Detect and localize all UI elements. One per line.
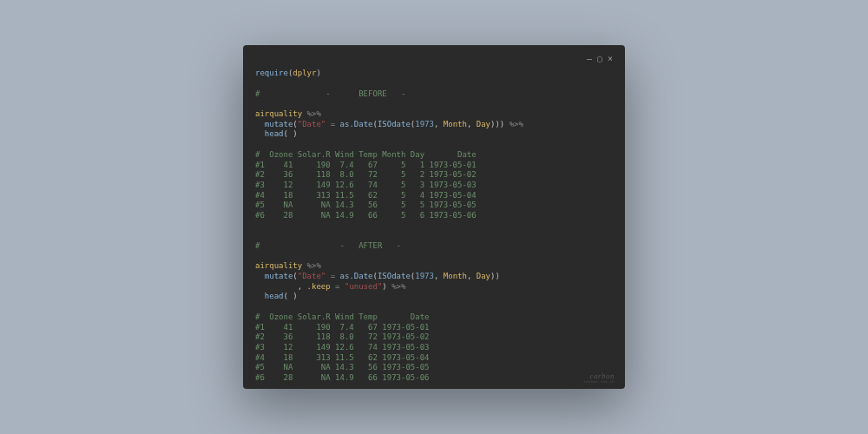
var-day: Day [477,120,490,128]
indent [255,129,265,138]
table1-row: #5 NA NA 14.3 56 5 5 1973-05-05 [255,201,477,209]
paren: ( ) [284,129,298,138]
var-airquality: airquality [255,109,302,118]
comma: , [467,120,477,128]
table2-header: # Ozone Solar.R Wind Temp Date [255,312,429,321]
paren: )) [490,272,500,280]
fn-require: require [255,69,288,77]
indent: , [255,282,307,291]
str-unused: "unused" [345,282,382,291]
var-airquality: airquality [255,261,302,270]
titlebar: — ▢ × [255,54,613,63]
paren: ))) [490,120,504,128]
table1-row: #6 28 NA 14.9 66 5 6 1973-05-06 [255,211,477,220]
table2-row: #6 28 NA 14.9 66 1973-05-06 [255,373,429,382]
code-window: — ▢ × require(dplyr) # - BEFORE - airqua… [243,45,625,388]
table2-row: #3 12 149 12.6 74 1973-05-03 [255,343,429,352]
pipe-op: %>% [302,261,321,270]
pipe-op: %>% [387,282,406,291]
fn-asdate: as.Date [340,272,373,280]
table2-row: #4 18 313 11.5 62 1973-05-04 [255,353,429,362]
table2-row: #5 NA NA 14.3 56 1973-05-05 [255,363,429,372]
maximize-icon[interactable]: ▢ [597,54,602,63]
var-month: Month [444,272,467,280]
fn-head: head [265,292,284,300]
table2-row: #2 36 118 8.0 72 1973-05-02 [255,332,429,341]
pipe-op: %>% [504,120,523,128]
indent [255,120,265,128]
watermark-sub: carbon.now.sh [584,380,615,384]
str-date: "Date" [298,120,326,128]
paren: ( ) [284,292,298,300]
code-block: require(dplyr) # - BEFORE - airquality %… [255,69,613,383]
var-month: Month [444,120,467,128]
var-day: Day [477,272,490,280]
op-eq: = [326,120,339,128]
paren: ) [316,69,320,77]
table1-row: #4 18 313 11.5 62 5 4 1973-05-04 [255,191,477,200]
pipe-op: %>% [302,109,321,118]
table1-row: #1 41 190 7.4 67 5 1 1973-05-01 [255,161,477,169]
indent [255,292,265,300]
comment-before: # - BEFORE - [255,89,405,98]
num-1973: 1973 [415,272,434,280]
fn-asdate: as.Date [340,120,373,128]
table2-row: #1 41 190 7.4 67 1973-05-01 [255,323,429,332]
arg-keep: .keep [307,282,331,291]
comma: , [434,272,444,280]
op-eq: = [331,282,345,291]
fn-head: head [265,129,284,138]
table1-row: #2 36 118 8.0 72 5 2 1973-05-02 [255,170,477,179]
num-1973: 1973 [415,120,434,128]
table1-row: #3 12 149 12.6 74 5 3 1973-05-03 [255,181,477,189]
comment-after: # - AFTER - [255,241,401,250]
table1-header: # Ozone Solar.R Wind Temp Month Day Date [255,150,477,159]
str-date: "Date" [298,272,326,280]
fn-isodate: ISOdate [378,272,411,280]
minimize-icon[interactable]: — [587,54,592,63]
comma: , [434,120,444,128]
close-icon[interactable]: × [608,54,613,63]
comma: , [467,272,477,280]
pkg-dplyr: dplyr [293,69,316,77]
fn-isodate: ISOdate [378,120,411,128]
fn-mutate: mutate [265,272,293,280]
watermark: carbon carbon.now.sh [584,372,615,384]
indent [255,272,265,280]
fn-mutate: mutate [265,120,293,128]
op-eq: = [326,272,339,280]
